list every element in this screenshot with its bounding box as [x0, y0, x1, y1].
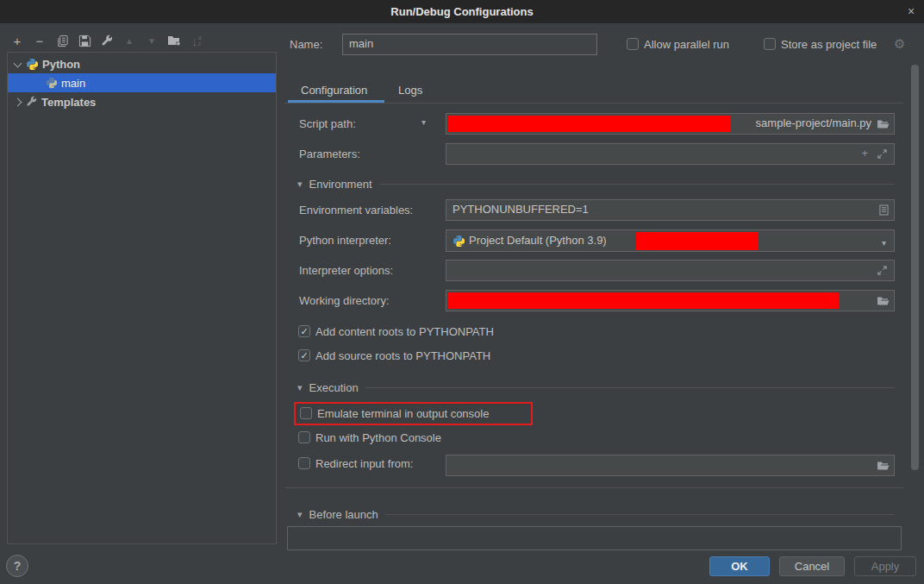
run-python-console-label: Run with Python Console: [315, 431, 441, 444]
dialog-titlebar: Run/Debug Configurations ×: [0, 0, 924, 23]
edit-templates-icon[interactable]: [100, 34, 114, 47]
help-button[interactable]: ?: [6, 555, 28, 577]
before-launch-list[interactable]: [287, 526, 902, 550]
insert-macro-icon[interactable]: +: [861, 147, 868, 160]
close-icon[interactable]: ×: [898, 0, 924, 23]
tree-item-python[interactable]: Python: [8, 54, 276, 73]
dialog-title: Run/Debug Configurations: [0, 0, 924, 23]
tree-item-main[interactable]: main: [8, 73, 276, 92]
redaction-box: [448, 116, 731, 132]
add-content-roots-checkbox[interactable]: ✓: [298, 325, 310, 337]
tree-item-label: Templates: [41, 96, 96, 109]
add-content-roots-label: Add content roots to PYTHONPATH: [315, 325, 494, 338]
python-icon: [26, 58, 39, 71]
env-vars-input[interactable]: PYTHONUNBUFFERED=1: [446, 199, 895, 221]
script-path-dropdown-icon[interactable]: ▾: [421, 117, 426, 127]
env-vars-value: PYTHONUNBUFFERED=1: [453, 203, 589, 216]
collapse-icon: ▾: [297, 509, 303, 520]
script-path-input[interactable]: sample-project/main.py: [446, 113, 895, 135]
python-icon: [46, 77, 58, 89]
name-input[interactable]: main: [342, 34, 597, 55]
tree-item-templates[interactable]: Templates: [8, 92, 276, 111]
tab-configuration[interactable]: Configuration: [301, 84, 367, 97]
run-debug-configurations-dialog: Run/Debug Configurations × + − ▲ ▼ ↓az: [0, 0, 924, 584]
interpreter-options-input[interactable]: [446, 260, 895, 281]
working-directory-label: Working directory:: [299, 294, 390, 307]
copy-configuration-icon[interactable]: [55, 34, 69, 47]
save-configuration-icon[interactable]: [78, 34, 91, 47]
add-configuration-icon[interactable]: +: [10, 34, 24, 47]
check-icon: ✓: [300, 327, 308, 336]
interpreter-combobox[interactable]: Project Default (Python 3.9) ▾: [446, 229, 895, 252]
section-title: Execution: [309, 381, 359, 394]
working-directory-input[interactable]: [446, 290, 895, 311]
environment-section-header[interactable]: ▾ Environment: [297, 178, 895, 191]
sort-alphabetically-icon: ↓az: [190, 34, 203, 47]
folder-icon[interactable]: [877, 119, 890, 129]
redaction-box: [448, 292, 840, 309]
apply-button[interactable]: Apply: [854, 556, 916, 576]
emulate-terminal-label: Emulate terminal in output console: [317, 407, 489, 420]
ok-button[interactable]: OK: [709, 556, 770, 576]
parameters-input[interactable]: +: [446, 143, 895, 165]
collapse-icon: ▾: [297, 382, 303, 393]
store-as-project-file-checkbox[interactable]: [764, 38, 776, 50]
execution-section-header[interactable]: ▾ Execution: [297, 381, 895, 394]
tree-item-label: Python: [42, 58, 80, 71]
remove-configuration-icon[interactable]: −: [33, 34, 47, 47]
move-up-icon: ▲: [122, 34, 136, 47]
gear-icon[interactable]: ⚙: [894, 36, 905, 52]
chevron-down-icon: ▾: [882, 238, 886, 248]
store-as-project-file-label: Store as project file: [781, 38, 877, 51]
move-down-icon: ▼: [145, 34, 159, 47]
folder-icon[interactable]: [877, 461, 890, 471]
expand-icon[interactable]: [877, 148, 888, 160]
name-label: Name:: [290, 38, 322, 51]
add-source-roots-label: Add source roots to PYTHONPATH: [315, 349, 490, 362]
env-vars-label: Environment variables:: [299, 204, 413, 217]
tab-logs[interactable]: Logs: [398, 84, 422, 97]
script-path-value: sample-project/main.py: [756, 116, 871, 129]
redirect-input-file-input[interactable]: [446, 455, 895, 476]
interpreter-options-label: Interpreter options:: [299, 264, 393, 277]
browse-variables-icon[interactable]: [879, 204, 889, 216]
check-icon: ✓: [300, 351, 308, 361]
redaction-box: [636, 232, 759, 250]
wrench-icon: [26, 96, 38, 108]
collapse-icon: ▾: [297, 179, 303, 190]
scrollbar-thumb[interactable]: [911, 65, 919, 470]
chevron-down-icon: [14, 59, 22, 67]
allow-parallel-run-label: Allow parallel run: [644, 38, 729, 51]
annotation-highlight: Emulate terminal in output console: [294, 402, 533, 425]
chevron-right-icon: [14, 97, 22, 106]
cancel-button[interactable]: Cancel: [779, 556, 845, 576]
section-title: Before launch: [309, 508, 378, 521]
configurations-tree: Python main Templates: [7, 52, 277, 544]
python-icon: [453, 235, 465, 248]
tree-item-label: main: [61, 77, 85, 90]
allow-parallel-run-checkbox[interactable]: [627, 38, 639, 50]
before-launch-section-header[interactable]: ▾ Before launch: [297, 508, 895, 521]
configurations-toolbar: + − ▲ ▼ ↓az: [10, 33, 203, 48]
tabs-divider: [284, 103, 903, 104]
interpreter-label: Python interpreter:: [299, 234, 391, 247]
emulate-terminal-checkbox[interactable]: [300, 407, 312, 419]
redirect-input-label: Redirect input from:: [315, 457, 413, 470]
run-python-console-checkbox[interactable]: [298, 431, 310, 443]
parameters-label: Parameters:: [299, 148, 360, 160]
content-divider: [284, 487, 903, 488]
expand-icon[interactable]: [877, 265, 888, 276]
interpreter-value: Project Default (Python 3.9): [469, 234, 607, 247]
redirect-input-checkbox[interactable]: [298, 457, 310, 469]
new-folder-icon[interactable]: [167, 34, 181, 47]
section-title: Environment: [309, 178, 372, 191]
script-path-label: Script path:: [299, 117, 356, 130]
add-source-roots-checkbox[interactable]: ✓: [298, 349, 310, 361]
folder-icon[interactable]: [877, 296, 890, 306]
